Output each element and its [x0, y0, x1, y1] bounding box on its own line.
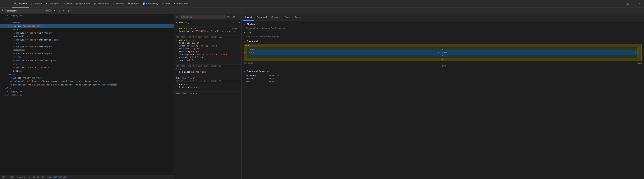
grid-arrow: ▼ [244, 32, 246, 34]
clear-search-button[interactable]: ✕ [53, 9, 56, 13]
gear-icon[interactable]: ⚙ [186, 22, 187, 24]
tree-line[interactable]: , but [0, 42, 174, 45]
filter-styles-input[interactable] [180, 15, 225, 19]
cls-button[interactable]: .cls [232, 15, 236, 19]
breadcrumb-item[interactable]: li [42, 176, 44, 178]
css-inline-badge: inline [233, 22, 240, 24]
tab-animations-label: Anim... [295, 16, 302, 18]
dock-icon[interactable]: ⧉ [625, 1, 630, 7]
gear-icon[interactable]: ⚙ [193, 28, 194, 30]
tab-dom[interactable]: ◇ DOM [160, 0, 172, 8]
bm-padding-top: 0 [442, 49, 443, 51]
tab-style-editor[interactable]: {} Style Editor [74, 0, 92, 8]
tab-animations[interactable]: Anim... [292, 14, 304, 21]
tab-changes[interactable]: Changes [269, 14, 282, 21]
breadcrumb-item[interactable]: html [2, 176, 7, 178]
tab-storage[interactable]: ☰ Storage [126, 0, 140, 8]
breadcrumb-item[interactable]: ul.locks [29, 176, 39, 178]
grid-section-header[interactable]: ▼ Grid [244, 31, 642, 35]
tab-computed[interactable]: Computed [254, 14, 269, 21]
box-model-props-header[interactable]: ▼ Box Model Properties [244, 69, 642, 73]
tree-line[interactable]: <span class="chakra">when</span> [0, 52, 174, 55]
breadcrumb-item-active[interactable]: div.instructions [47, 176, 68, 178]
expand-arrow[interactable]: ▶ [4, 15, 7, 17]
tab-changes-label: Changes [272, 16, 280, 18]
tree-line[interactable]: <span class="chakra">unredacted</span> [0, 38, 174, 42]
css-rule-block: .instructions ⚙ { inline:1 font-family :… [174, 27, 241, 36]
tree-line[interactable]: </div> [0, 73, 174, 76]
tree-line[interactable]: ▶ <div class="hint"> ══ </div> [0, 76, 174, 80]
breadcrumb: html › body › div.box › ul.locks › li › … [0, 175, 174, 179]
tree-line[interactable]: code will be [0, 35, 174, 38]
tree-line[interactable]: </li> [0, 86, 174, 90]
tree-line[interactable]: ::marker [0, 21, 174, 24]
tab-performance[interactable]: ◎ Performance [92, 0, 111, 8]
flexbox-arrow: ▼ [244, 23, 246, 25]
storage-icon: ☰ [128, 2, 130, 5]
tab-fonts[interactable]: Fonts [282, 14, 293, 21]
tab-fonts-label: Fonts [285, 16, 290, 18]
hov-button[interactable]: :hov [226, 15, 231, 19]
tab-debugger[interactable]: ⏵ Debugger [44, 0, 60, 8]
tree-line[interactable]: all the [0, 55, 174, 59]
box-model-section-header[interactable]: ▼ Box Model [244, 39, 642, 43]
breadcrumb-item[interactable]: div.box [17, 176, 26, 178]
tree-line[interactable]: ▶ <li> ══ </li> [0, 14, 174, 17]
forward-icon[interactable]: → [7, 1, 12, 7]
expand-arrow[interactable]: ▼ [8, 25, 10, 27]
expand-arrow[interactable]: ▶ [4, 94, 7, 96]
search-input[interactable] [5, 9, 44, 13]
html-panel[interactable]: ▶ <li> ══ </li> ▼ <li> ::marker ▼ <div [0, 14, 174, 179]
tab-layout-label: Layout [245, 16, 252, 18]
tree-line[interactable]: <button class="hint-dispenser" data-id="… [0, 83, 174, 86]
gear-icon[interactable]: ⚙ [193, 39, 194, 41]
search-next-button[interactable]: ∨ [62, 9, 66, 13]
tree-line[interactable]: are [0, 62, 174, 66]
tree-line[interactable]: <span class="chakra">only</span> [0, 45, 174, 48]
tab-inspector[interactable]: 🔍 Inspector [12, 0, 29, 8]
tab-console[interactable]: ⊡ Console [29, 0, 44, 8]
tree-line[interactable]: whitespace [0, 48, 174, 52]
search-count: 2 of 2 [45, 10, 52, 12]
tree-line[interactable]: <div class="hint">Google: "[your browser… [0, 80, 174, 83]
css-property-row: font-size: 1.25em; [176, 42, 240, 44]
expand-arrow[interactable]: ▶ [4, 90, 7, 93]
tab-whats-new[interactable]: ✦ What's New [172, 0, 190, 8]
tree-line[interactable]: <span class="chakra">chakras</span> [0, 59, 174, 62]
bm-margin-left: 0 [244, 52, 245, 54]
add-rule-button[interactable]: + [237, 15, 240, 19]
tab-layout[interactable]: Layout [243, 14, 254, 21]
bm-border-layer: border 0 0 0 0 padding 0 0 0 0 549 0 0 0 [247, 47, 638, 58]
css-selector: element [176, 21, 185, 24]
tab-memory[interactable]: ⬡ Memory [111, 0, 126, 8]
search-options-button[interactable]: ⚙ [67, 9, 70, 13]
tab-accessibility[interactable]: ♿ Accessibility [140, 0, 160, 8]
gear-icon[interactable]: ⚙ [184, 83, 186, 85]
rule-brace: { [180, 68, 181, 71]
expand-arrow[interactable]: ▶ [8, 77, 10, 79]
tree-line[interactable]: <span class="chakra">next</span> [0, 31, 174, 35]
back-icon[interactable]: ← [2, 1, 7, 7]
more-icon[interactable]: ⋯ [631, 1, 636, 7]
box-model-visual: margin 33.5 0 0 0 border 0 0 0 0 paddi [244, 43, 642, 69]
search-prev-button[interactable]: ∧ [58, 9, 61, 13]
tree-line[interactable]: ▶ <li> ══ </li> [0, 93, 174, 97]
tree-line[interactable]: active. [0, 69, 174, 73]
tab-computed-label: Computed [257, 16, 267, 18]
css-property-row: font-family : 'V6YS54Y6', 'Beth_Ellen', … [176, 30, 240, 33]
tree-line-selected[interactable]: ▼ <div class="instructions"> [0, 24, 174, 28]
breadcrumb-item[interactable]: body [10, 176, 14, 178]
css-property-row: text-align: right; [176, 50, 240, 53]
gear-icon[interactable]: ⚙ [178, 68, 179, 70]
tree-line[interactable]: This [0, 28, 174, 31]
devtools-toolbar: ← → 🔍 Inspector ⊡ Console ⏵ Debugger ↕ N… [0, 0, 644, 8]
box-prop-value: border-box [269, 74, 279, 77]
tab-network[interactable]: ↕ Network [60, 0, 74, 8]
close-icon[interactable]: ✕ [637, 1, 642, 7]
expand-arrow[interactable]: ▼ [4, 18, 7, 20]
css-selector: * [176, 68, 177, 71]
flexbox-section-header[interactable]: ▼ Flexbox [244, 22, 642, 26]
tree-line[interactable]: <span class="subtle">:</span> [0, 66, 174, 69]
tree-line[interactable]: ▼ <li> [0, 17, 174, 21]
tree-line[interactable]: ▶ <li> ══ </li> [0, 90, 174, 93]
